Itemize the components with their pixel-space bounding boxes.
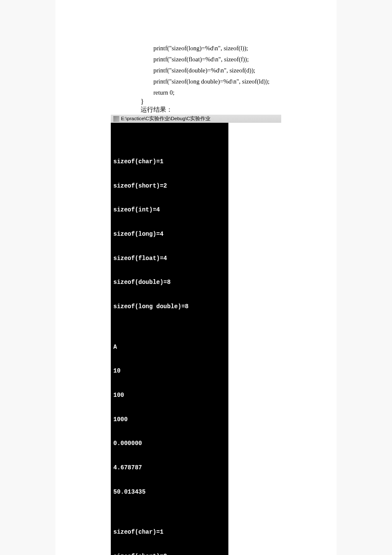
terminal-title-text: E:\practice\C实验作业\Debug\C实验作业: [121, 116, 210, 122]
run-result-label: 运行结果：: [141, 106, 281, 114]
terminal-line: A: [113, 343, 226, 351]
terminal-line: 100: [113, 391, 226, 399]
terminal-line: sizeof(char)=1: [113, 528, 226, 536]
terminal-line: 0.000000: [113, 439, 226, 448]
terminal-line: 50.013435: [113, 488, 226, 496]
terminal-line: sizeof(short)=2: [113, 182, 226, 190]
terminal-line: 1000: [113, 416, 226, 424]
code-line: return 0;: [153, 87, 281, 98]
terminal-title-bar: E:\practice\C实验作业\Debug\C实验作业: [111, 115, 281, 123]
terminal-line: sizeof(short)=2: [113, 552, 226, 555]
code-close-brace: }: [141, 98, 281, 106]
terminal-output: sizeof(char)=1 sizeof(short)=2 sizeof(in…: [111, 123, 228, 555]
code-line: printf("sizeof(double)=%d\n", sizeof(d))…: [153, 65, 281, 76]
code-line: printf("sizeof(long)=%d\n", sizeof(l));: [153, 43, 281, 54]
app-icon: [113, 116, 119, 122]
terminal-line: sizeof(float)=4: [113, 254, 226, 263]
terminal-line: sizeof(long)=4: [113, 230, 226, 238]
code-block: printf("sizeof(long)=%d\n", sizeof(l)); …: [153, 43, 281, 98]
document-page: printf("sizeof(long)=%d\n", sizeof(l)); …: [55, 0, 337, 555]
code-line: printf("sizeof(float)=%d\n", sizeof(f));: [153, 54, 281, 65]
terminal-line: 10: [113, 367, 226, 375]
terminal-line: 4.678787: [113, 464, 226, 472]
terminal-line: sizeof(long double)=8: [113, 303, 226, 311]
terminal-line: sizeof(double)=8: [113, 278, 226, 286]
terminal-line: sizeof(int)=4: [113, 206, 226, 214]
terminal-line: sizeof(char)=1: [113, 158, 226, 166]
code-line: printf("sizeof(long double)=%d\n", sizeo…: [153, 76, 281, 87]
